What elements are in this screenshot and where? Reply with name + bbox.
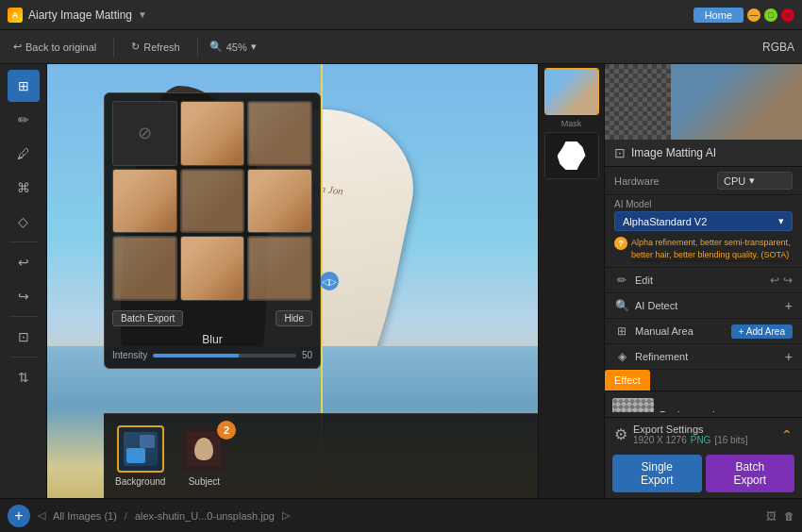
export-settings-collapse[interactable]: ⌃ xyxy=(781,427,793,442)
nav-right-icon[interactable]: ▷ xyxy=(282,509,290,522)
ai-model-value: AlphaStandard V2 xyxy=(623,216,707,227)
add-icon: + xyxy=(14,507,23,524)
effect-tabs: Effect xyxy=(605,370,802,391)
refinement-plus[interactable]: + xyxy=(785,349,793,364)
ai-model-label: AI Model xyxy=(605,195,802,211)
right-panel: ⊡ Image Matting AI Hardware CPU ▾ AI Mod… xyxy=(604,64,802,498)
tool-expand[interactable]: ⇅ xyxy=(8,361,40,393)
blur-thumb-3[interactable] xyxy=(112,169,177,234)
home-button[interactable]: Home xyxy=(693,8,744,23)
blur-thumb-8[interactable] xyxy=(247,236,312,301)
export-resolution: 1920 X 1276 xyxy=(633,435,687,445)
blur-thumb-1[interactable] xyxy=(180,101,245,166)
edit-row-left: ✏ Edit xyxy=(614,273,653,288)
blur-thumb-5[interactable] xyxy=(247,169,312,234)
tool-redo[interactable]: ↪ xyxy=(8,280,40,312)
preview-thumb-mask[interactable] xyxy=(544,132,599,179)
tool-select[interactable]: ⊞ xyxy=(8,70,40,102)
tool-fill[interactable]: ⌘ xyxy=(8,172,40,204)
edit-undo-icon[interactable]: ↩ xyxy=(770,274,779,287)
tool-divider-1 xyxy=(9,241,38,242)
effect-item-background[interactable]: Background xyxy=(609,395,798,412)
no-effect-icon: ⊘ xyxy=(138,123,152,143)
blur-thumb-4[interactable] xyxy=(180,169,245,234)
intensity-slider[interactable] xyxy=(153,354,296,357)
tool-brush[interactable]: ✏ xyxy=(8,104,40,136)
mask-label: Mask xyxy=(561,119,582,128)
manual-area-row-left: ⊞ Manual Area xyxy=(614,324,693,339)
ai-model-row: AlphaStandard V2 ▾ xyxy=(605,211,802,235)
ai-detect-row[interactable]: 🔍 AI Detect + xyxy=(605,293,802,319)
hardware-row: Hardware CPU ▾ xyxy=(605,167,802,195)
export-settings-info: Export Settings 1920 X 1276 PNG [16 bits… xyxy=(633,424,747,445)
refinement-icon: ◈ xyxy=(614,349,629,364)
edit-redo-icon[interactable]: ↪ xyxy=(783,274,793,287)
tool-divider-2 xyxy=(9,316,38,317)
tool-undo[interactable]: ↩ xyxy=(8,246,40,278)
intensity-row: Intensity 50 xyxy=(112,350,312,360)
toolbar-divider-1 xyxy=(113,38,114,57)
app-icon: A xyxy=(8,8,23,23)
ai-detect-plus[interactable]: + xyxy=(785,298,793,313)
batch-export-button[interactable]: Batch Export xyxy=(706,455,795,492)
ai-model-select[interactable]: AlphaStandard V2 ▾ xyxy=(614,211,793,231)
close-button[interactable]: ✕ xyxy=(781,8,794,22)
tool-fit[interactable]: ⊡ xyxy=(8,321,40,353)
split-handle[interactable]: ◁▷ xyxy=(320,272,339,291)
batch-export-button-small[interactable]: Batch Export xyxy=(112,310,183,326)
blur-thumb-6[interactable] xyxy=(112,236,177,301)
minimize-button[interactable]: — xyxy=(747,8,760,22)
manual-area-row[interactable]: ⊞ Manual Area + Add Area xyxy=(605,319,802,344)
preview-thumb-original[interactable] xyxy=(544,68,599,115)
background-blur-label: Background xyxy=(115,476,165,487)
blur-thumb-7[interactable] xyxy=(180,236,245,301)
ai-detect-icon: 🔍 xyxy=(614,298,629,313)
refresh-button[interactable]: ↻ Refresh xyxy=(125,38,186,56)
single-export-button[interactable]: Single Export xyxy=(612,455,702,492)
hide-button[interactable]: Hide xyxy=(276,310,312,326)
blur-thumb-2[interactable] xyxy=(247,101,312,166)
blur-type-bar: Background Subject xyxy=(104,413,538,498)
export-buttons: Single Export Batch Export xyxy=(605,451,802,498)
manual-area-label: Manual Area xyxy=(635,325,693,337)
trash-button[interactable]: 🗑 xyxy=(784,510,794,522)
export-settings-left: ⚙ Export Settings 1920 X 1276 PNG [16 bi… xyxy=(614,424,747,445)
export-bits: [16 bits] xyxy=(714,435,747,445)
refinement-row-left: ◈ Refinement xyxy=(614,349,688,364)
blur-type-background[interactable]: Background xyxy=(115,425,165,487)
hardware-select[interactable]: CPU ▾ xyxy=(717,172,793,190)
back-to-original-button[interactable]: ↩ Back to original xyxy=(8,38,102,56)
ai-description: Alpha refinement, better semi-transparen… xyxy=(631,237,793,261)
add-image-button[interactable]: + xyxy=(8,505,30,527)
export-settings-details: 1920 X 1276 PNG [16 bits] xyxy=(633,435,747,445)
tool-pen[interactable]: 🖊 xyxy=(8,138,40,170)
effect-tab[interactable]: Effect xyxy=(605,370,650,391)
edit-icon: ✏ xyxy=(614,273,629,288)
app-title: Aiarty Image Matting xyxy=(28,8,132,22)
title-dropdown-icon[interactable]: ▼ xyxy=(138,9,147,20)
checkered-preview xyxy=(605,64,671,140)
all-images-label: All Images (1) xyxy=(53,510,117,522)
back-icon: ↩ xyxy=(13,41,22,53)
main-layout: ⊞ ✏ 🖊 ⌘ ◇ ↩ ↪ ⊡ ⇅ Bon Jon ◁▷ xyxy=(0,64,802,498)
nav-left-icon[interactable]: ◁ xyxy=(38,509,45,522)
tool-shape[interactable]: ◇ xyxy=(8,206,40,238)
hardware-dropdown-icon: ▾ xyxy=(749,175,755,187)
ai-detect-label: AI Detect xyxy=(635,300,677,311)
hardware-value: CPU xyxy=(724,175,745,187)
zoom-control[interactable]: 🔍 45% ▾ xyxy=(209,41,257,53)
matting-icon: ⊡ xyxy=(614,145,626,160)
maximize-button[interactable]: □ xyxy=(764,8,777,22)
export-settings-label: Export Settings xyxy=(633,424,747,435)
export-settings-row: ⚙ Export Settings 1920 X 1276 PNG [16 bi… xyxy=(605,417,802,451)
blur-panel: ⊘ Batch Export Hide Blur Intensity xyxy=(104,92,321,369)
info-icon[interactable]: ? xyxy=(614,237,627,250)
add-area-button[interactable]: + Add Area xyxy=(731,324,793,339)
refinement-row[interactable]: ◈ Refinement + xyxy=(605,344,802,370)
export-settings-icon: ⚙ xyxy=(614,425,627,443)
blur-thumb-empty[interactable]: ⊘ xyxy=(112,101,177,166)
edit-row[interactable]: ✏ Edit ↩ ↪ xyxy=(605,268,802,293)
image-matting-title: ⊡ Image Matting AI xyxy=(605,140,802,167)
zoom-icon: 🔍 xyxy=(209,41,223,53)
blur-thumbnails-grid: ⊘ xyxy=(112,101,312,301)
